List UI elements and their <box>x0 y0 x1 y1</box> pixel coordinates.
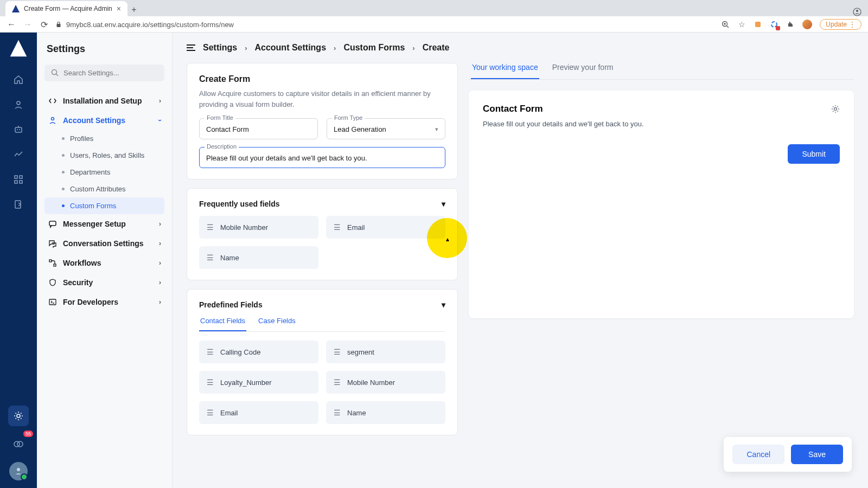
chevron-down-icon[interactable]: ▾ <box>442 200 445 208</box>
app-logo-icon[interactable] <box>9 39 28 57</box>
cancel-button[interactable]: Cancel <box>732 445 784 464</box>
nav-rail: 55 <box>0 33 37 488</box>
svg-point-30 <box>834 108 837 111</box>
crumb-account[interactable]: Account Settings <box>254 43 326 53</box>
url-text: 9mybc8.uat.env.acquire.io/settings/custo… <box>66 21 234 29</box>
rail-apps-icon[interactable] <box>8 169 29 190</box>
description-input[interactable] <box>199 147 445 168</box>
profile-avatar-icon[interactable] <box>802 20 812 29</box>
breadcrumb: Settings › Account Settings › Custom For… <box>203 43 449 53</box>
field-name2[interactable]: ☰Name <box>326 401 445 424</box>
nav-installation[interactable]: Installation and Setup › <box>44 91 164 111</box>
tab-working-space[interactable]: Your working space <box>471 63 539 79</box>
sidebar-title: Settings <box>44 43 164 55</box>
description-label: Description <box>205 143 239 150</box>
reload-button[interactable]: ⟳ <box>39 20 49 30</box>
field-email[interactable]: ☰Email <box>326 216 445 239</box>
rail-bot-icon[interactable] <box>8 119 29 140</box>
tab-case-fields[interactable]: Case Fields <box>257 317 297 331</box>
gear-icon[interactable] <box>831 105 840 113</box>
rail-settings-icon[interactable] <box>8 406 29 426</box>
rail-user-avatar[interactable] <box>9 462 28 480</box>
form-type-select[interactable]: Lead Generation ▾ <box>327 118 445 139</box>
nav-departments[interactable]: Departments <box>44 164 164 181</box>
search-input[interactable] <box>63 69 158 77</box>
browser-tab[interactable]: Create Form — Acquire Admin × <box>5 1 127 16</box>
address-bar[interactable]: 9mybc8.uat.env.acquire.io/settings/custo… <box>55 21 714 29</box>
submit-button[interactable]: Submit <box>788 144 840 164</box>
update-button[interactable]: Update ⋮ <box>820 19 861 30</box>
code-icon <box>48 97 58 105</box>
extensions-icon[interactable] <box>786 20 795 29</box>
menu-icon: ⋮ <box>849 21 856 28</box>
rail-contacts-icon[interactable] <box>8 94 29 115</box>
crumb-forms[interactable]: Custom Forms <box>343 43 405 53</box>
star-icon[interactable]: ☆ <box>737 20 746 29</box>
svg-rect-2 <box>57 24 61 27</box>
frequent-fields-card: Frequently used fields ▾ ☰Mobile Number … <box>187 188 458 280</box>
shield-icon <box>48 278 58 287</box>
close-tab-icon[interactable]: × <box>117 4 121 13</box>
rail-notifications-icon[interactable]: 55 <box>8 434 29 454</box>
form-title-input[interactable] <box>199 118 318 139</box>
field-segment[interactable]: ☰segment <box>326 341 445 363</box>
drag-icon: ☰ <box>207 348 214 356</box>
new-tab-button[interactable]: + <box>127 3 141 16</box>
rail-home-icon[interactable] <box>8 69 29 90</box>
chevron-right-icon: › <box>245 44 247 52</box>
notification-badge: 55 <box>23 431 33 437</box>
field-calling-code[interactable]: ☰Calling Code <box>199 341 318 363</box>
nav-profiles[interactable]: Profiles <box>44 130 164 147</box>
rail-analytics-icon[interactable] <box>8 144 29 165</box>
nav-conversation[interactable]: Conversation Settings › <box>44 234 164 253</box>
tab-contact-fields[interactable]: Contact Fields <box>199 317 246 331</box>
frequent-fields-title: Frequently used fields <box>199 200 280 208</box>
nav-security[interactable]: Security › <box>44 273 164 292</box>
svg-point-19 <box>17 414 20 418</box>
nav-custom-forms[interactable]: Custom Forms <box>44 197 164 214</box>
account-switcher-icon[interactable] <box>853 8 861 16</box>
svg-rect-29 <box>49 299 56 305</box>
svg-point-9 <box>17 101 20 105</box>
chat-icon <box>48 239 58 248</box>
svg-rect-28 <box>54 264 56 266</box>
svg-rect-17 <box>20 181 22 183</box>
preview-card: Contact Form Please fill out your detail… <box>469 91 854 318</box>
chevron-right-icon: › <box>159 298 161 306</box>
drag-icon: ☰ <box>207 253 214 262</box>
nav-account-settings[interactable]: Account Settings › <box>44 111 164 130</box>
svg-rect-14 <box>15 176 17 178</box>
field-mobile2[interactable]: ☰Mobile Number <box>326 371 445 394</box>
crumb-create: Create <box>423 43 450 53</box>
field-name[interactable]: ☰Name <box>199 246 318 269</box>
nav-users-roles[interactable]: Users, Roles, and Skills <box>44 147 164 164</box>
svg-line-4 <box>726 25 729 28</box>
nav-custom-attributes[interactable]: Custom Attributes <box>44 181 164 197</box>
chevron-right-icon: › <box>159 240 161 247</box>
nav-workflows[interactable]: Workflows › <box>44 253 164 273</box>
chevron-right-icon: › <box>159 97 161 105</box>
create-form-card: Create Form Allow Acquire customers to c… <box>187 63 458 179</box>
rail-export-icon[interactable] <box>8 194 29 215</box>
drag-icon: ☰ <box>207 223 214 232</box>
drag-icon: ☰ <box>334 408 341 417</box>
extension2-icon[interactable] <box>770 20 778 29</box>
predefined-fields-title: Predefined Fields <box>199 300 263 309</box>
back-button[interactable]: ← <box>7 20 16 29</box>
chevron-down-icon[interactable]: ▾ <box>442 300 445 309</box>
field-mobile[interactable]: ☰Mobile Number <box>199 216 318 239</box>
field-loyalty[interactable]: ☰Loyalty_Number <box>199 371 318 394</box>
extension1-icon[interactable] <box>754 20 762 29</box>
crumb-settings[interactable]: Settings <box>203 43 237 53</box>
nav-messenger[interactable]: Messenger Setup › <box>44 214 164 234</box>
svg-point-12 <box>19 129 20 130</box>
drag-icon: ☰ <box>334 348 341 356</box>
save-button[interactable]: Save <box>791 445 843 464</box>
hamburger-icon[interactable] <box>187 44 195 51</box>
field-email2[interactable]: ☰Email <box>199 401 318 424</box>
nav-developers[interactable]: For Developers › <box>44 292 164 312</box>
zoom-icon[interactable] <box>721 20 730 29</box>
tab-preview-form[interactable]: Preview your form <box>551 63 615 79</box>
search-input-wrap[interactable] <box>44 65 164 81</box>
forward-button[interactable]: → <box>23 20 33 29</box>
